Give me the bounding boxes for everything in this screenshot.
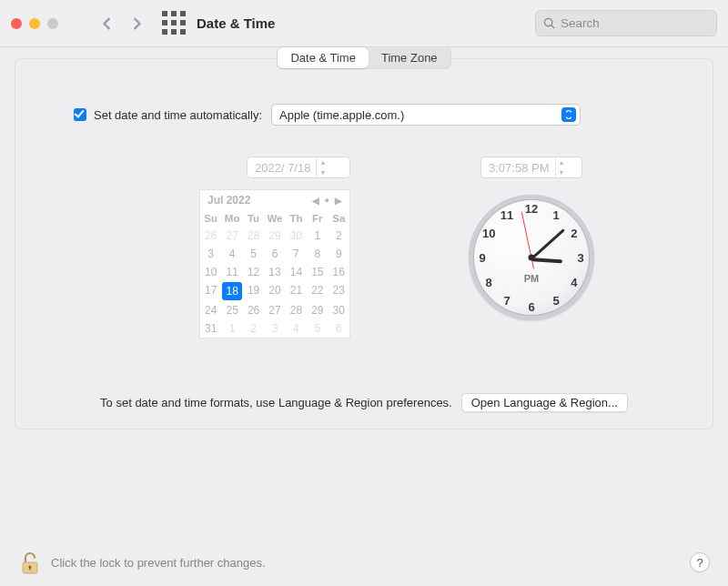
calendar-prev-icon[interactable]: ◀ — [312, 196, 319, 206]
clock-hand-sec — [521, 212, 532, 258]
analog-clock: PM 123456789101112 — [469, 195, 594, 320]
calendar-day-other[interactable]: 5 — [307, 319, 328, 338]
tab-bar: Date & Time Time Zone — [15, 46, 713, 69]
date-value: 2022/ 7/18 — [255, 161, 310, 175]
clock-hand-hr — [531, 258, 562, 263]
calendar-weekday: Fr — [307, 210, 328, 227]
svg-rect-4 — [171, 20, 177, 25]
time-value: 3:07:58 PM — [489, 161, 550, 175]
calendar-day[interactable]: 23 — [329, 281, 349, 301]
calendar-day-other[interactable]: 29 — [264, 227, 285, 245]
close-window[interactable] — [11, 18, 22, 29]
calendar-day[interactable]: 30 — [329, 301, 349, 319]
clock-numeral: 11 — [500, 208, 513, 222]
search-placeholder: Search — [561, 16, 600, 30]
date-stepper[interactable]: 2022/ 7/18 ▲▼ — [247, 157, 350, 178]
calendar-weekday: Sa — [329, 210, 349, 227]
calendar-day-other[interactable]: 3 — [264, 319, 285, 338]
clock-numeral: 5 — [552, 293, 559, 307]
calendar-day[interactable]: 21 — [286, 281, 307, 301]
auto-checkbox[interactable] — [74, 108, 86, 121]
calendar-weekday: Su — [200, 210, 221, 227]
svg-rect-0 — [162, 11, 167, 16]
calendar-weekday: Th — [286, 210, 307, 227]
svg-rect-3 — [162, 20, 167, 25]
calendar: Jul 2022 ◀ ● ▶ SuMoTuWeThFrSa26272829301… — [199, 189, 350, 338]
svg-rect-6 — [162, 29, 167, 35]
calendar-day[interactable]: 10 — [200, 263, 221, 281]
help-button[interactable]: ? — [690, 552, 710, 572]
calendar-day[interactable]: 14 — [286, 263, 307, 281]
calendar-day[interactable]: 17 — [200, 281, 221, 301]
calendar-day[interactable]: 12 — [243, 263, 264, 281]
calendar-day[interactable]: 19 — [243, 281, 264, 301]
calendar-day[interactable]: 28 — [286, 301, 307, 319]
calendar-day[interactable]: 8 — [307, 245, 328, 263]
calendar-month-label: Jul 2022 — [207, 194, 250, 207]
search-field[interactable]: Search — [535, 10, 717, 36]
calendar-day-other[interactable]: 6 — [329, 319, 349, 338]
clock-numeral: 2 — [571, 227, 577, 240]
calendar-weekday: We — [264, 210, 285, 227]
calendar-day-other[interactable]: 27 — [221, 227, 242, 245]
clock-ampm: PM — [524, 273, 540, 284]
clock-numeral: 3 — [577, 251, 583, 265]
clock-numeral: 1 — [552, 208, 559, 222]
calendar-day[interactable]: 5 — [243, 245, 264, 263]
calendar-day[interactable]: 3 — [200, 245, 221, 263]
calendar-day-other[interactable]: 30 — [286, 227, 307, 245]
forward-button[interactable] — [124, 11, 149, 36]
calendar-day[interactable]: 24 — [200, 301, 221, 319]
calendar-today-icon[interactable]: ● — [325, 196, 329, 206]
calendar-day[interactable]: 29 — [307, 301, 328, 319]
calendar-day[interactable]: 22 — [307, 281, 328, 301]
calendar-day[interactable]: 16 — [329, 263, 349, 281]
calendar-day[interactable]: 18 — [222, 282, 241, 300]
minimize-window[interactable] — [29, 18, 40, 29]
svg-rect-1 — [171, 11, 177, 16]
calendar-next-icon[interactable]: ▶ — [335, 196, 342, 206]
lock-hint-text: Click the lock to prevent further change… — [51, 556, 266, 570]
clock-hand-min — [531, 228, 564, 259]
lock-icon[interactable] — [20, 550, 40, 575]
time-server-select[interactable]: Apple (time.apple.com.) — [271, 104, 581, 126]
calendar-day-other[interactable]: 28 — [243, 227, 264, 245]
calendar-day[interactable]: 9 — [329, 245, 349, 263]
calendar-day[interactable]: 31 — [200, 319, 221, 338]
window-controls — [11, 18, 58, 29]
calendar-day[interactable]: 2 — [329, 227, 349, 245]
clock-numeral: 12 — [525, 202, 538, 216]
tab-date-time[interactable]: Date & Time — [278, 47, 369, 68]
calendar-day-other[interactable]: 2 — [243, 319, 264, 338]
clock-numeral: 10 — [482, 227, 495, 240]
calendar-day[interactable]: 27 — [264, 301, 285, 319]
calendar-day[interactable]: 1 — [307, 227, 328, 245]
calendar-day-other[interactable]: 4 — [286, 319, 307, 338]
calendar-day[interactable]: 7 — [286, 245, 307, 263]
calendar-day-other[interactable]: 26 — [200, 227, 221, 245]
clock-numeral: 4 — [571, 276, 577, 289]
tab-time-zone[interactable]: Time Zone — [369, 47, 450, 68]
calendar-day[interactable]: 13 — [264, 263, 285, 281]
clock-numeral: 6 — [528, 300, 534, 314]
clock-numeral: 9 — [479, 251, 485, 265]
calendar-day[interactable]: 25 — [221, 301, 242, 319]
back-button[interactable] — [95, 11, 120, 36]
calendar-day-other[interactable]: 1 — [221, 319, 242, 338]
date-stepper-arrows[interactable]: ▲▼ — [316, 157, 329, 177]
page-title: Date & Time — [197, 15, 275, 31]
calendar-day[interactable]: 6 — [264, 245, 285, 263]
show-all-prefs-icon[interactable] — [162, 11, 187, 36]
time-stepper[interactable]: 3:07:58 PM ▲▼ — [480, 157, 582, 178]
time-server-value: Apple (time.apple.com.) — [279, 108, 404, 122]
time-stepper-arrows[interactable]: ▲▼ — [555, 157, 568, 177]
calendar-day[interactable]: 4 — [221, 245, 242, 263]
calendar-day[interactable]: 11 — [221, 263, 242, 281]
open-language-region-button[interactable]: Open Language & Region... — [461, 393, 628, 412]
search-icon — [543, 17, 555, 29]
zoom-window[interactable] — [47, 18, 58, 29]
calendar-day[interactable]: 15 — [307, 263, 328, 281]
calendar-day[interactable]: 20 — [264, 281, 285, 301]
calendar-day[interactable]: 26 — [243, 301, 264, 319]
auto-label: Set date and time automatically: — [94, 108, 262, 122]
